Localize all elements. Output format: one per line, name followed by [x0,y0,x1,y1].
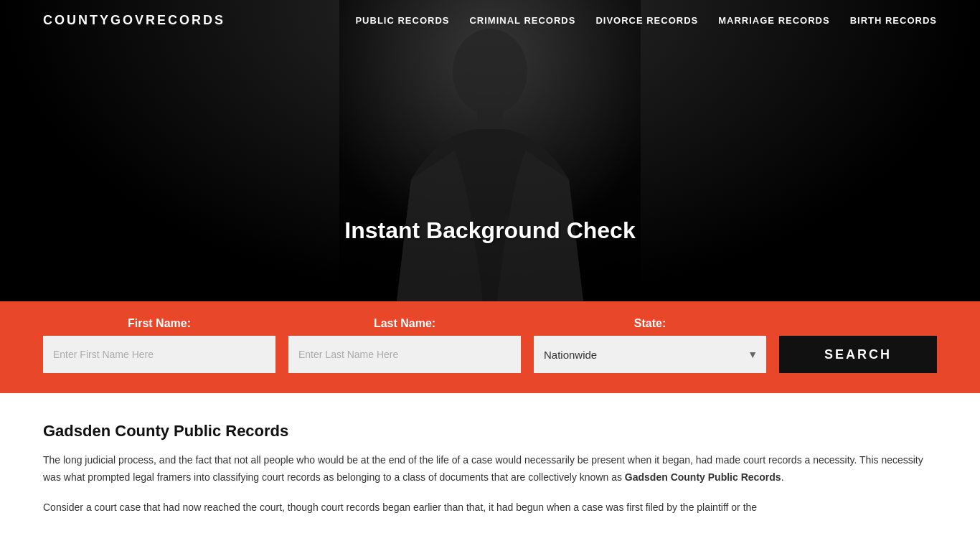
state-select-wrapper: NationwideAlabamaAlaskaArizonaArkansasCa… [534,336,766,373]
paragraph-1-end: . [781,471,784,483]
hero-person-image [339,0,641,301]
content-paragraph-1: The long judicial process, and the fact … [43,452,937,486]
search-button[interactable]: SEARCH [779,336,937,373]
hero-title: Instant Background Check [344,217,635,244]
last-name-field: Last Name: [288,317,521,373]
nav-marriage-records[interactable]: MARRIAGE RECORDS [718,15,829,26]
search-bar: First Name: Last Name: State: Nationwide… [0,301,980,393]
nav-birth-records[interactable]: BIRTH RECORDS [850,15,937,26]
hero-section: Instant Background Check [0,0,980,301]
nav-public-records[interactable]: PUBLIC RECORDS [355,15,449,26]
site-logo[interactable]: COUNTYGOVRECORDS [43,13,225,28]
first-name-field: First Name: [43,317,275,373]
state-field: State: NationwideAlabamaAlaskaArizonaArk… [534,317,766,373]
state-label: State: [534,317,766,330]
state-select[interactable]: NationwideAlabamaAlaskaArizonaArkansasCa… [534,336,766,373]
first-name-label: First Name: [43,317,275,330]
svg-rect-2 [477,108,503,133]
content-title: Gadsden County Public Records [43,422,937,441]
svg-point-1 [453,29,527,115]
nav-divorce-records[interactable]: DIVORCE RECORDS [595,15,698,26]
paragraph-1-text: The long judicial process, and the fact … [43,454,923,483]
last-name-label: Last Name: [288,317,521,330]
bold-text: Gadsden County Public Records [625,471,781,483]
nav-criminal-records[interactable]: CRIMINAL RECORDS [469,15,575,26]
first-name-input[interactable] [43,336,275,373]
header: COUNTYGOVRECORDS PUBLIC RECORDS CRIMINAL… [0,0,980,41]
content-paragraph-2: Consider a court case that had now reach… [43,499,937,517]
main-nav: PUBLIC RECORDS CRIMINAL RECORDS DIVORCE … [355,15,937,26]
last-name-input[interactable] [288,336,521,373]
content-section: Gadsden County Public Records The long j… [0,393,980,551]
